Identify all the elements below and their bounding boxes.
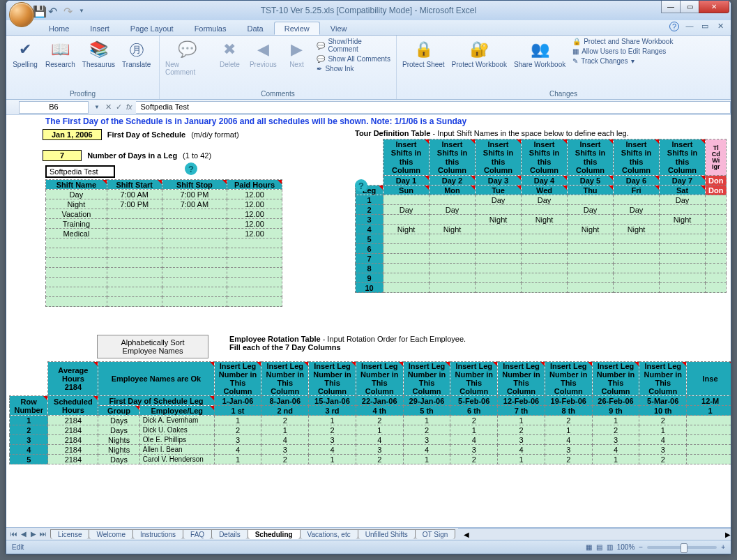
leg-cell[interactable]: 1	[450, 425, 498, 435]
leg-cell[interactable]	[687, 435, 731, 445]
minimize-button[interactable]: —	[661, 1, 681, 13]
tour-cell[interactable]	[522, 205, 568, 215]
zoom-in-icon[interactable]: +	[721, 543, 725, 551]
shift-name-cell[interactable]: Medical	[46, 229, 107, 239]
leg-cell[interactable]: 1	[592, 416, 639, 425]
paid-hours-cell[interactable]: 12.00	[227, 199, 282, 209]
tour-cell[interactable]	[476, 273, 522, 283]
shift-name-cell[interactable]: Day	[46, 190, 107, 199]
translate-button[interactable]: ㊊Translate	[119, 37, 153, 70]
shift-start-cell[interactable]	[107, 219, 162, 229]
tour-cell[interactable]	[568, 215, 614, 225]
save-icon[interactable]: 💾	[33, 5, 44, 16]
tour-cell[interactable]	[568, 234, 614, 244]
tour-cell[interactable]: Day	[522, 195, 568, 205]
doc-restore-icon[interactable]: ▭	[700, 22, 710, 31]
tab-view[interactable]: View	[320, 22, 358, 35]
hint-icon[interactable]: ?	[185, 162, 197, 175]
tour-cell[interactable]	[660, 205, 706, 215]
employee-cell[interactable]: Dick U. Oakes	[139, 425, 214, 435]
leg-cell[interactable]: 4	[498, 445, 545, 455]
namebox-dropdown-icon[interactable]: ▼	[94, 104, 105, 110]
hint-icon-3[interactable]: ?	[355, 179, 367, 192]
sheet-tab-vacations-etc[interactable]: Vacations, etc	[300, 529, 358, 539]
office-button[interactable]	[9, 2, 34, 27]
tour-cell[interactable]	[660, 254, 706, 264]
tour-cell[interactable]: Day	[660, 195, 706, 205]
tab-formulas[interactable]: Formulas	[184, 22, 237, 35]
tour-cell[interactable]	[430, 244, 476, 254]
leg-cell[interactable]: 3	[592, 435, 639, 445]
tour-cell[interactable]	[522, 234, 568, 244]
leg-cell[interactable]: 1	[214, 416, 261, 425]
leg-cell[interactable]: 3	[261, 445, 309, 455]
allow-edit-ranges-button[interactable]: ▦Allow Users to Edit Ranges	[570, 47, 676, 56]
tour-cell[interactable]: Night	[660, 215, 706, 225]
shift-name-cell[interactable]: Training	[46, 219, 107, 229]
tour-cell[interactable]	[614, 254, 660, 264]
leg-cell[interactable]: 1	[592, 455, 639, 464]
leg-cell[interactable]: 2	[639, 455, 687, 464]
tour-cell[interactable]	[660, 273, 706, 283]
tour-cell[interactable]	[430, 215, 476, 225]
help-icon[interactable]: ?	[669, 22, 679, 31]
tour-cell[interactable]	[568, 254, 614, 264]
tour-cell[interactable]: Day	[430, 205, 476, 215]
tour-cell[interactable]: Night	[614, 225, 660, 234]
cell-b6[interactable]: Softpedia Test	[45, 165, 115, 178]
leg-cell[interactable]: 2	[214, 425, 261, 435]
tour-cell[interactable]	[476, 283, 522, 293]
leg-cell[interactable]: 2	[450, 455, 498, 464]
tour-cell[interactable]	[383, 195, 430, 205]
sheet-tab-license[interactable]: License	[50, 529, 89, 539]
leg-cell[interactable]: 1	[214, 455, 261, 464]
worksheet[interactable]: The First Day of the Schedule is in Janu…	[6, 115, 731, 527]
sheet-tab-instructions[interactable]: Instructions	[132, 529, 183, 539]
tour-cell[interactable]: Night	[383, 225, 430, 234]
leg-cell[interactable]: 1	[403, 416, 450, 425]
doc-minimize-icon[interactable]: —	[685, 22, 694, 31]
next-comment-button[interactable]: ▶Next	[280, 37, 312, 70]
tour-cell[interactable]	[383, 254, 430, 264]
leg-cell[interactable]: 4	[356, 435, 403, 445]
tour-cell[interactable]	[568, 195, 614, 205]
next-sheet-icon[interactable]: ▶	[29, 530, 38, 538]
sheet-tab-faq[interactable]: FAQ	[183, 529, 212, 539]
tour-cell[interactable]	[568, 264, 614, 273]
tour-cell[interactable]	[430, 273, 476, 283]
leg-cell[interactable]: 3	[356, 445, 403, 455]
track-changes-button[interactable]: ✎Track Changes ▾	[570, 56, 676, 66]
leg-cell[interactable]: 3	[403, 435, 450, 445]
tour-cell[interactable]	[660, 225, 706, 234]
zoom-slider[interactable]	[647, 546, 717, 549]
leg-cell[interactable]: 4	[214, 445, 261, 455]
tour-cell[interactable]: Night	[568, 225, 614, 234]
tour-cell[interactable]	[660, 244, 706, 254]
leg-cell[interactable]: 3	[450, 445, 498, 455]
showhide-comment-button[interactable]: 💬Show/Hide Comment	[314, 37, 393, 54]
leg-cell[interactable]: 4	[403, 445, 450, 455]
leg-cell[interactable]: 2	[545, 455, 592, 464]
tour-cell[interactable]: Day	[383, 205, 430, 215]
leg-cell[interactable]: 1	[545, 425, 592, 435]
leg-cell[interactable]: 3	[639, 445, 687, 455]
first-sheet-icon[interactable]: ⏮	[9, 530, 19, 538]
tour-cell[interactable]	[614, 273, 660, 283]
leg-cell[interactable]: 2	[545, 416, 592, 425]
tab-data[interactable]: Data	[236, 22, 273, 35]
protect-sheet-button[interactable]: 🔒Protect Sheet	[400, 37, 448, 70]
paid-hours-cell[interactable]: 12.00	[227, 209, 282, 219]
employee-cell[interactable]: Ole E. Phillips	[139, 435, 214, 445]
sheet-tab-unfilled-shifts[interactable]: Unfilled Shifts	[358, 529, 416, 539]
leg-cell[interactable]: 4	[309, 445, 356, 455]
formula-input[interactable]: Softpedia Test	[136, 101, 731, 114]
tour-cell[interactable]	[430, 234, 476, 244]
previous-comment-button[interactable]: ◀Previous	[247, 37, 279, 70]
maximize-button[interactable]: ▭	[680, 1, 699, 13]
shift-start-cell[interactable]: 7:00 PM	[107, 199, 162, 209]
shift-name-cell[interactable]: Vacation	[46, 209, 107, 219]
tour-cell[interactable]	[614, 283, 660, 293]
employee-cell[interactable]: Allen I. Bean	[139, 445, 214, 455]
leg-cell[interactable]: 1	[356, 425, 403, 435]
leg-cell[interactable]: 3	[498, 435, 545, 445]
